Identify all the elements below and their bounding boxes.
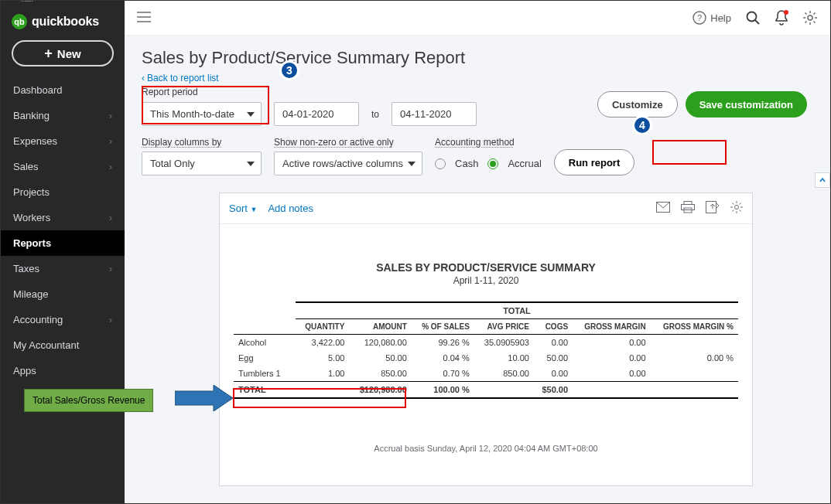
nav-expenses[interactable]: Expenses› xyxy=(1,128,125,154)
svg-text:?: ? xyxy=(697,13,702,22)
chevron-down-icon xyxy=(247,162,255,166)
col-pct-sales: % OF SALES xyxy=(412,319,474,335)
chevron-right-icon: › xyxy=(109,263,112,274)
nav-dashboard[interactable]: Dashboard xyxy=(1,77,125,103)
svg-point-10 xyxy=(735,206,739,209)
nav-mileage[interactable]: Mileage xyxy=(1,281,125,307)
back-to-report-list-link[interactable]: ‹Back to report list xyxy=(142,73,830,83)
radio-accrual[interactable] xyxy=(487,158,498,169)
report-footer: Accrual basis Sunday, April 12, 2020 04:… xyxy=(220,444,752,453)
date-from-input[interactable]: 04-01-2020 xyxy=(274,102,359,126)
display-columns-label: Display columns by xyxy=(142,137,262,148)
report-period-select[interactable]: This Month-to-date xyxy=(142,102,262,126)
table-row[interactable]: Tumblers 11.00850.000.70 %850.000.000.00 xyxy=(234,366,738,382)
customize-button[interactable]: Customize xyxy=(597,91,678,117)
chevron-right-icon: › xyxy=(109,135,112,147)
nav-reports[interactable]: Reports xyxy=(1,230,125,256)
radio-accrual-label: Accrual xyxy=(508,158,541,169)
nav-banking[interactable]: Banking› xyxy=(1,103,125,128)
notification-dot xyxy=(784,10,788,15)
chevron-right-icon: › xyxy=(109,110,112,121)
col-gross-margin: GROSS MARGIN xyxy=(573,319,651,335)
chevron-down-icon: ▼ xyxy=(250,206,257,213)
svg-rect-6 xyxy=(684,202,692,205)
help-link[interactable]: ? Help xyxy=(692,11,731,25)
page-title: Sales by Product/Service Summary Report xyxy=(142,48,830,68)
svg-marker-11 xyxy=(175,385,233,411)
collapse-panel-icon[interactable] xyxy=(815,172,830,188)
email-icon[interactable] xyxy=(656,202,670,215)
show-nonzero-select[interactable]: Active rows/active columns xyxy=(274,152,422,175)
chevron-down-icon xyxy=(247,112,255,117)
notifications-icon[interactable] xyxy=(775,10,788,26)
logo: qb quickbooks xyxy=(1,6,125,40)
col-quantity: QUANTITY xyxy=(296,319,349,335)
annotation-label: Total Sales/Gross Revenue xyxy=(24,389,153,412)
step-marker-3: 3 xyxy=(279,60,299,80)
sidebar: ıntuıt qb quickbooks +New Dashboard Bank… xyxy=(1,1,125,503)
step-marker-4: 4 xyxy=(632,115,652,135)
svg-point-2 xyxy=(747,12,757,22)
radio-cash-label: Cash xyxy=(455,158,478,169)
table-row[interactable]: Alcohol3,422.00120,080.0099.26 %35.09059… xyxy=(234,335,738,351)
new-button[interactable]: +New xyxy=(12,40,114,66)
table-total-row: TOTAL$120,980.00100.00 %$50.00 xyxy=(234,382,738,399)
svg-rect-7 xyxy=(682,205,695,210)
export-icon[interactable] xyxy=(706,201,720,216)
chevron-right-icon: › xyxy=(109,314,112,325)
help-icon: ? xyxy=(692,11,706,25)
chevron-right-icon: › xyxy=(109,212,112,223)
svg-point-4 xyxy=(808,15,812,20)
nav-sales[interactable]: Sales› xyxy=(1,154,125,179)
nav-accounting[interactable]: Accounting› xyxy=(1,307,125,332)
show-nonzero-label: Show non-zero or active only xyxy=(274,137,422,148)
col-amount: AMOUNT xyxy=(349,319,411,335)
nav-taxes[interactable]: Taxes› xyxy=(1,256,125,281)
table-row[interactable]: Egg5.0050.000.04 %10.0050.000.000.00 % xyxy=(234,350,738,366)
nav-workers[interactable]: Workers› xyxy=(1,205,125,230)
sort-link[interactable]: Sort ▼ xyxy=(229,203,257,214)
qb-logo-icon: qb xyxy=(12,14,27,29)
svg-rect-9 xyxy=(706,202,716,213)
report-card: Sort ▼ Add notes SALES BY PRODUCT/SERVIC… xyxy=(219,192,753,486)
chevron-left-icon: ‹ xyxy=(142,73,145,83)
save-customization-button[interactable]: Save customization xyxy=(686,91,807,117)
print-icon[interactable] xyxy=(681,201,695,216)
report-table: TOTAL QUANTITY AMOUNT % OF SALES AVG PRI… xyxy=(234,301,738,399)
col-gross-margin-pct: GROSS MARGIN % xyxy=(651,319,738,335)
display-columns-select[interactable]: Total Only xyxy=(142,152,262,175)
gear-icon[interactable] xyxy=(802,10,818,26)
annotation-arrow-icon xyxy=(175,385,233,411)
report-subtitle: April 1-11, 2020 xyxy=(220,275,752,286)
col-cogs: COGS xyxy=(534,319,573,335)
topbar: ? Help xyxy=(125,1,830,36)
date-to-input[interactable]: 04-11-2020 xyxy=(392,102,477,126)
col-avg-price: AVG PRICE xyxy=(474,319,534,335)
col-blank xyxy=(234,319,296,335)
brand-name: quickbooks xyxy=(32,15,99,29)
svg-line-3 xyxy=(755,20,759,24)
total-superheader: TOTAL xyxy=(296,302,738,319)
add-notes-link[interactable]: Add notes xyxy=(268,203,313,214)
nav-my-accountant[interactable]: My Accountant xyxy=(1,332,125,358)
settings-gear-icon[interactable] xyxy=(730,201,743,216)
run-report-button[interactable]: Run report xyxy=(554,149,634,175)
report-title: SALES BY PRODUCT/SERVICE SUMMARY xyxy=(220,261,752,274)
search-icon[interactable] xyxy=(745,10,761,26)
nav-apps[interactable]: Apps xyxy=(1,358,125,383)
chevron-right-icon: › xyxy=(109,161,112,172)
accounting-method-label: Accounting method xyxy=(435,137,542,148)
to-label: to xyxy=(371,109,379,126)
chevron-down-icon xyxy=(408,162,416,166)
nav-projects[interactable]: Projects xyxy=(1,179,125,205)
hamburger-icon[interactable] xyxy=(137,12,151,25)
sidebar-fade xyxy=(1,480,125,503)
radio-cash[interactable] xyxy=(435,158,446,169)
